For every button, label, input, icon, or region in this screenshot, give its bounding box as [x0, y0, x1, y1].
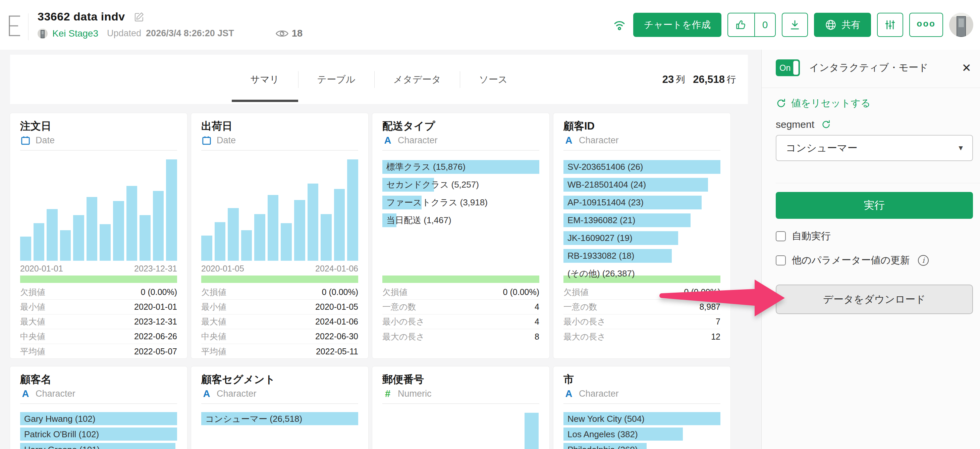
column-card-customer-name: 顧客名 A Character Gary Hwang (102)Patrick … [10, 366, 187, 449]
category-bars: コンシューマー (26,518) [201, 404, 358, 425]
stat-row: 欠損値0 (0.00%) [563, 285, 721, 300]
stat-label: 最大の長さ [563, 331, 606, 342]
segment-select[interactable]: コンシューマー ▼ [776, 135, 973, 161]
category-row: 標準クラス (15,876) [382, 160, 539, 174]
summary-cards-row-2: 顧客名 A Character Gary Hwang (102)Patrick … [10, 366, 730, 449]
stat-row: 最小値2020-01-01 [20, 300, 177, 314]
like-button[interactable]: 0 [727, 13, 776, 37]
stat-value: 12 [711, 332, 721, 342]
parameter-name: segment [776, 119, 814, 130]
page-title: 33662 data indv [38, 10, 125, 23]
author-avatar[interactable] [38, 29, 48, 38]
category-bars: 標準クラス (15,876)セカンドクラス (5,257)ファーストクラス (3… [382, 151, 539, 227]
category-label: Los Angeles (382) [563, 428, 721, 441]
create-chart-button[interactable]: チャートを作成 [633, 13, 721, 37]
histogram-bar [33, 223, 45, 261]
stat-label: 平均値 [20, 346, 45, 357]
user-avatar[interactable] [949, 13, 973, 37]
category-label: 標準クラス (15,876) [382, 160, 539, 174]
reset-values-link[interactable]: 値をリセットする [776, 97, 871, 110]
header-divider [28, 13, 29, 40]
histogram-bar [347, 159, 358, 261]
header-actions: チャートを作成 0 共有 ooo [612, 13, 973, 37]
column-title: 顧客名 [20, 373, 177, 387]
run-button[interactable]: 実行 [776, 192, 973, 219]
close-icon[interactable]: ✕ [962, 62, 972, 73]
stat-label: 欠損値 [382, 287, 407, 298]
refresh-icon[interactable] [821, 119, 831, 129]
column-count: 23 [662, 73, 674, 86]
date-type-icon [20, 135, 31, 145]
toggle-knob [793, 61, 799, 75]
stat-row: 最小の長さ4 [382, 314, 539, 329]
update-params-row: 他のパラメーター値の更新 i [776, 254, 929, 267]
category-row: Los Angeles (382) [563, 428, 721, 441]
thumbs-up-icon[interactable] [728, 13, 754, 36]
histogram-bar [334, 189, 345, 261]
histogram-bar [254, 214, 265, 261]
stat-label: 一意の数 [563, 301, 597, 312]
category-label: Philadelphia (269) [563, 443, 721, 449]
auto-run-row: 自動実行 [776, 229, 831, 243]
settings-button[interactable] [877, 13, 903, 37]
interactive-mode-toggle[interactable]: On [776, 59, 800, 76]
date-type-icon [201, 135, 212, 145]
histogram-bar [268, 195, 279, 261]
download-data-button[interactable]: データをダウンロード [776, 285, 973, 314]
view-count: 18 [292, 28, 302, 39]
interactive-mode-panel: On インタラクティブ・モード ✕ 値をリセットする segment コンシュー… [761, 50, 980, 449]
stat-label: 中央値 [201, 331, 226, 342]
download-icon [789, 19, 800, 30]
category-row: (その他) (26,387) [563, 267, 721, 280]
x-axis-min: 2020-01-01 [20, 264, 63, 274]
column-type-label: Character [579, 388, 619, 399]
globe-icon [825, 19, 837, 31]
column-type-label: Date [217, 135, 236, 146]
column-type-label: Date [35, 135, 55, 146]
stat-value: 4 [535, 302, 539, 312]
tab-source[interactable]: ソース [460, 55, 526, 104]
app-logo-icon[interactable] [9, 16, 21, 38]
stat-value: 2020-01-05 [315, 302, 358, 312]
more-options-button[interactable]: ooo [909, 13, 943, 37]
column-card-customer-segment: 顧客セグメント A Character コンシューマー (26,518) [191, 366, 368, 449]
completeness-bar [20, 275, 177, 283]
stat-row: 最大値2023-12-31 [20, 314, 177, 329]
column-card-ship-date: 出荷日 Date 2020-01-05 2024-01-06 欠損値0 (0.0… [191, 113, 368, 358]
histogram-bar [20, 237, 31, 261]
tab-summary[interactable]: サマリ [232, 55, 298, 104]
tab-metadata[interactable]: メタデータ [375, 55, 460, 104]
column-title: 配送タイプ [382, 119, 539, 133]
tab-table[interactable]: テーブル [299, 55, 374, 104]
download-button[interactable] [782, 13, 808, 37]
stat-label: 最大の長さ [382, 331, 425, 342]
stat-row: 平均値2022-05-11 [201, 344, 358, 358]
category-label: Harry Greene (101) [20, 443, 177, 449]
column-title: 注文日 [20, 119, 177, 133]
character-type-icon: A [20, 388, 31, 399]
chevron-down-icon: ▼ [957, 144, 964, 152]
category-label: コンシューマー (26,518) [201, 412, 358, 426]
stat-row: 欠損値0 (0.00%) [382, 285, 539, 300]
author-name[interactable]: Kei Stage3 [52, 28, 98, 39]
toggle-on-label: On [780, 63, 791, 73]
stat-row: 平均値2022-05-07 [20, 344, 177, 358]
numeric-type-icon: # [382, 388, 393, 399]
auto-run-checkbox[interactable] [776, 231, 786, 241]
date-histogram [20, 159, 177, 261]
update-params-checkbox[interactable] [776, 255, 786, 266]
info-icon[interactable]: i [918, 255, 929, 266]
column-card-order-date: 注文日 Date 2020-01-01 2023-12-31 欠損値0 (0.0… [10, 113, 187, 358]
edit-title-icon[interactable] [134, 11, 145, 22]
stat-value: 8,987 [699, 302, 721, 312]
updated-label: Updated [107, 28, 141, 38]
stat-row: 欠損値0 (0.00%) [201, 285, 358, 300]
app-window: 33662 data indv Kei Stage3 Updated 2026/… [0, 0, 980, 449]
stat-value: 2022-06-30 [315, 331, 358, 341]
share-button[interactable]: 共有 [814, 13, 871, 37]
category-label: JK-1609027 (19) [563, 231, 721, 245]
stat-value: 2020-01-01 [134, 302, 177, 312]
like-count[interactable]: 0 [754, 13, 775, 36]
stat-label: 平均値 [201, 346, 226, 357]
stat-value: 7 [716, 317, 721, 326]
